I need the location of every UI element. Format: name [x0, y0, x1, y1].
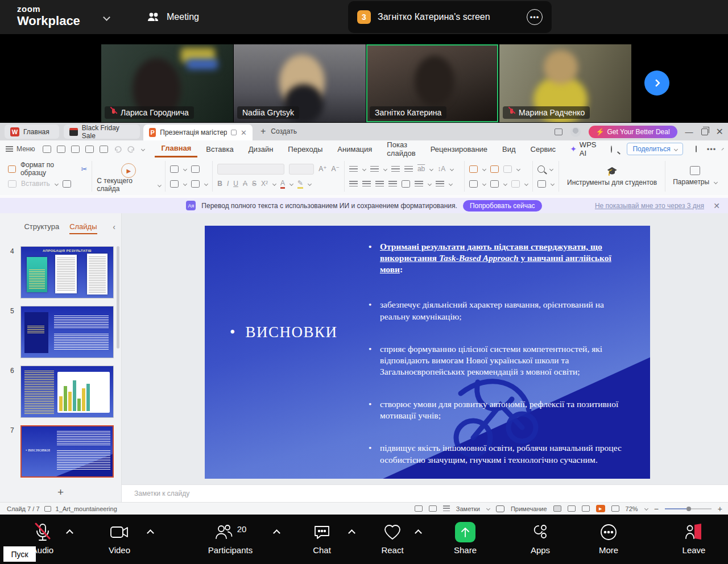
more-button[interactable]: More: [577, 520, 640, 555]
slide-size-icon[interactable]: [415, 505, 423, 512]
participants-options-chevron-icon[interactable]: [273, 529, 280, 537]
format-painter-icon[interactable]: [8, 165, 16, 173]
bold-icon[interactable]: B: [217, 180, 222, 188]
underline-icon[interactable]: U: [233, 180, 238, 188]
collapse-panel-icon[interactable]: ‹: [113, 222, 115, 231]
columns-icon[interactable]: [402, 180, 410, 188]
text-box-icon[interactable]: [469, 180, 478, 188]
justify-icon[interactable]: [388, 181, 397, 187]
menu-item-view[interactable]: Вид: [496, 140, 522, 157]
video-button[interactable]: Video: [88, 520, 151, 555]
wps-ai-button[interactable]: ✦ WPS AI: [564, 140, 602, 157]
format-painter-label[interactable]: Формат по образцу: [20, 161, 77, 177]
slide-thumbnail-7-selected[interactable]: • ВИСНОВКИ: [20, 425, 114, 478]
font-color-icon[interactable]: A: [280, 179, 285, 189]
increase-indent-icon[interactable]: [404, 166, 413, 172]
video-tile[interactable]: Лариса Городнича: [101, 44, 233, 122]
get-better-deal-button[interactable]: ⚡ Get Your Better Deal: [589, 126, 677, 138]
video-tile[interactable]: Марина Радченко: [499, 44, 631, 122]
open-icon[interactable]: [43, 146, 51, 153]
text-direction-icon[interactable]: ab: [417, 165, 425, 173]
dismiss-link[interactable]: Не показывай мне это через 3 дня: [595, 202, 704, 210]
arrange-icon[interactable]: [490, 180, 499, 188]
reset-slide-icon[interactable]: [191, 180, 200, 188]
params-group[interactable]: Параметры: [665, 161, 725, 192]
print-icon[interactable]: [85, 146, 94, 153]
comment-button[interactable]: Примечание: [511, 505, 547, 512]
menu-item-design[interactable]: Дизайн: [242, 140, 280, 157]
zoom-slider[interactable]: [665, 508, 712, 509]
quick-access-chevron-icon[interactable]: [141, 147, 145, 151]
bullet-list-icon[interactable]: [349, 166, 358, 172]
panel-scrollbar[interactable]: [117, 246, 119, 349]
reading-view-icon[interactable]: [582, 505, 590, 512]
video-tile-active-speaker[interactable]: Загнітко Катерина: [366, 44, 498, 122]
react-button[interactable]: React: [361, 520, 424, 555]
minimize-button[interactable]: —: [685, 127, 693, 136]
slide-notes-area[interactable]: Заметки к слайду: [122, 484, 728, 502]
shapes-icon[interactable]: [469, 165, 478, 173]
menu-item-insert[interactable]: Вставка: [200, 140, 239, 157]
shadow-icon[interactable]: S: [252, 180, 257, 188]
next-participants-button[interactable]: [644, 70, 669, 96]
highlight-icon[interactable]: ✎: [297, 179, 303, 189]
strikethrough-icon[interactable]: A: [243, 180, 247, 188]
new-slide-icon[interactable]: [170, 165, 179, 173]
cut-icon[interactable]: ✂: [81, 165, 87, 173]
picture-icon[interactable]: [490, 165, 499, 173]
redo-icon[interactable]: [127, 145, 135, 153]
decrease-indent-icon[interactable]: [391, 166, 400, 172]
leave-button[interactable]: Leave: [663, 520, 725, 555]
replace-slide-icon[interactable]: [537, 180, 546, 188]
align-center-icon[interactable]: [362, 181, 371, 187]
search-icon[interactable]: [611, 146, 612, 153]
new-tab-button[interactable]: + Создать: [260, 126, 297, 136]
account-avatar[interactable]: [570, 127, 581, 137]
font-name-select[interactable]: [217, 164, 284, 175]
comments-icon[interactable]: [696, 146, 697, 152]
share-button[interactable]: Share: [434, 520, 497, 555]
increase-font-icon[interactable]: A⁺: [318, 165, 326, 173]
menu-item-transitions[interactable]: Переходы: [282, 140, 329, 157]
tab-meeting[interactable]: Meeting: [138, 0, 207, 34]
font-size-select[interactable]: [289, 164, 314, 175]
menu-item-slideshow[interactable]: Показ слайдов: [380, 140, 421, 157]
close-tab-icon[interactable]: ✕: [241, 128, 247, 137]
normal-view-icon[interactable]: [553, 505, 561, 512]
menu-button[interactable]: Меню: [6, 145, 35, 153]
paragraph-spacing-icon[interactable]: [436, 181, 444, 187]
workspace-chevron-down-icon[interactable]: [103, 14, 110, 21]
paste-icon[interactable]: [8, 180, 16, 188]
from-current-slide-label[interactable]: С текущего слайда: [97, 177, 152, 193]
add-slide-button[interactable]: +: [0, 486, 121, 499]
export-icon[interactable]: [71, 146, 80, 153]
windows-start-button[interactable]: Пуск: [3, 546, 36, 562]
slide-sorter-icon[interactable]: [568, 505, 576, 512]
avatar-insert-icon[interactable]: [503, 165, 512, 173]
close-window-button[interactable]: ✕: [716, 126, 723, 137]
zoom-out-icon[interactable]: −: [654, 504, 659, 513]
line-spacing-icon[interactable]: [415, 181, 423, 187]
zoom-level[interactable]: 72%: [626, 505, 638, 512]
wps-tab-presentation[interactable]: P Презентація магістерська.p ✕: [143, 125, 253, 140]
try-now-button[interactable]: Попробовать сейчас: [463, 200, 542, 212]
undo-icon[interactable]: [114, 145, 122, 153]
collapse-ribbon-icon[interactable]: [722, 148, 724, 150]
wps-tab-black-friday[interactable]: Black Friday Sale: [64, 125, 140, 139]
apps-button[interactable]: Apps: [509, 520, 572, 555]
slideshow-play-button[interactable]: ▶: [596, 505, 605, 512]
align-left-icon[interactable]: [349, 181, 358, 187]
tab-structure[interactable]: Структура: [24, 222, 59, 234]
slide-master-icon[interactable]: [170, 180, 179, 188]
participants-button[interactable]: 20 Participants: [199, 520, 262, 555]
slide-thumbnail-6[interactable]: [20, 366, 114, 418]
save-icon[interactable]: [57, 146, 65, 153]
menu-item-tools[interactable]: Сервис: [524, 140, 562, 157]
menu-item-home[interactable]: Главная: [155, 140, 197, 157]
more-options-icon[interactable]: •••: [707, 145, 717, 154]
vertical-text-icon[interactable]: ↕A: [437, 165, 445, 173]
italic-icon[interactable]: I: [227, 180, 229, 188]
tab-shared-screen[interactable]: 3 Загнітко Катерина's screen •••: [348, 1, 552, 33]
copy-icon[interactable]: [63, 180, 71, 188]
decrease-font-icon[interactable]: A⁻: [332, 165, 340, 173]
